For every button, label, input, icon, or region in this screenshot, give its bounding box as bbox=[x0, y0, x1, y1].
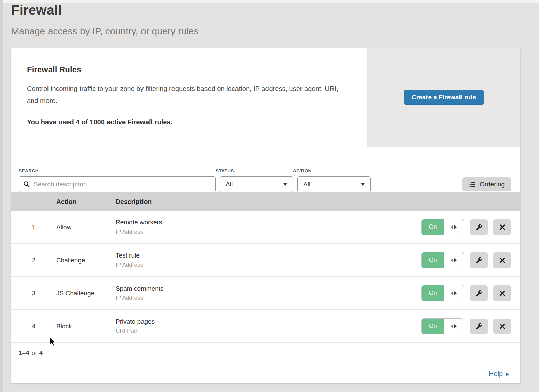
arrow-right-icon bbox=[454, 291, 457, 295]
wrench-icon bbox=[475, 323, 483, 330]
table-row: 1 Allow Remote workers IP Address On bbox=[11, 211, 520, 244]
table-row: 4 Block Private pages URI Path On bbox=[11, 310, 520, 343]
table-row: 2 Challenge Test rule IP Address On bbox=[11, 244, 520, 277]
edit-rule-button[interactable] bbox=[470, 252, 488, 268]
rule-enabled-toggle[interactable]: On bbox=[421, 285, 464, 301]
edit-rule-button[interactable] bbox=[470, 285, 488, 301]
rule-match-type: URI Path bbox=[116, 328, 421, 334]
action-label: ACTION bbox=[293, 168, 371, 173]
rule-action: Allow bbox=[56, 223, 116, 231]
filter-bar: SEARCH STATUS All ACTION All bbox=[11, 147, 520, 192]
arrow-left-icon bbox=[451, 225, 453, 229]
rule-description: Remote workers bbox=[116, 219, 421, 226]
rule-match-type: IP Address bbox=[116, 262, 421, 268]
chevron-down-icon bbox=[361, 183, 365, 186]
toggle-arrows[interactable] bbox=[444, 319, 464, 334]
toggle-arrows[interactable] bbox=[444, 285, 464, 301]
usage-note: You have used 4 of 1000 active Firewall … bbox=[27, 118, 347, 126]
rule-priority: 4 bbox=[11, 323, 56, 330]
rule-match-type: IP Address bbox=[116, 229, 421, 235]
rule-match-type: IP Address bbox=[116, 295, 421, 301]
arrow-left-icon bbox=[451, 258, 453, 262]
action-field-group: ACTION All bbox=[293, 168, 371, 192]
ordered-list-icon bbox=[469, 181, 476, 188]
status-selected-value: All bbox=[226, 181, 233, 188]
card-footer: Help ▶ bbox=[11, 363, 520, 385]
arrow-right-icon bbox=[454, 258, 457, 262]
toggle-on-label[interactable]: On bbox=[422, 285, 444, 301]
rule-description-cell: Private pages URI Path bbox=[116, 318, 421, 334]
card-description: Control incoming traffic to your zone by… bbox=[27, 83, 345, 107]
rule-action: Block bbox=[56, 323, 116, 330]
delete-rule-button[interactable] bbox=[493, 219, 511, 235]
search-input[interactable] bbox=[19, 176, 216, 192]
close-icon bbox=[499, 290, 506, 297]
rule-enabled-toggle[interactable]: On bbox=[421, 219, 464, 235]
column-header-description: Description bbox=[116, 198, 520, 206]
toggle-on-label[interactable]: On bbox=[422, 219, 444, 235]
toggle-on-label[interactable]: On bbox=[422, 252, 444, 268]
arrow-right-icon bbox=[454, 324, 457, 328]
delete-rule-button[interactable] bbox=[493, 285, 511, 301]
wrench-icon bbox=[475, 257, 483, 264]
chevron-down-icon bbox=[283, 183, 287, 186]
search-field-group: SEARCH bbox=[19, 168, 216, 192]
rule-description-cell: Spam comments IP Address bbox=[116, 285, 421, 301]
action-select[interactable]: All bbox=[297, 176, 371, 192]
toggle-on-label[interactable]: On bbox=[422, 319, 444, 334]
wrench-icon bbox=[475, 223, 483, 231]
close-icon bbox=[499, 257, 506, 264]
rule-priority: 1 bbox=[11, 223, 56, 231]
create-rule-panel: Create a Firewall rule bbox=[367, 48, 520, 147]
edit-rule-button[interactable] bbox=[470, 319, 488, 334]
close-icon bbox=[499, 224, 506, 231]
help-link-label: Help bbox=[489, 370, 503, 378]
card-heading: Firewall Rules bbox=[27, 65, 347, 74]
wrench-icon bbox=[475, 290, 483, 297]
pagination-range: 1–4 bbox=[19, 349, 29, 357]
create-firewall-rule-button[interactable]: Create a Firewall rule bbox=[404, 90, 484, 105]
page-subtitle: Manage access by IP, country, or query r… bbox=[11, 26, 198, 37]
action-selected-value: All bbox=[303, 181, 310, 188]
edit-rule-button[interactable] bbox=[470, 219, 488, 235]
rule-action: JS Challenge bbox=[56, 290, 116, 297]
close-icon bbox=[499, 323, 506, 330]
rule-enabled-toggle[interactable]: On bbox=[421, 318, 464, 334]
rule-priority: 2 bbox=[11, 257, 56, 264]
rule-description: Test rule bbox=[116, 252, 421, 259]
status-select[interactable]: All bbox=[220, 176, 293, 192]
rule-description-cell: Remote workers IP Address bbox=[116, 219, 421, 235]
pagination-of: of bbox=[32, 349, 37, 357]
ordering-button[interactable]: Ordering bbox=[462, 177, 511, 191]
pagination-total: 4 bbox=[39, 349, 43, 357]
card-intro: Firewall Rules Control incoming traffic … bbox=[11, 48, 367, 147]
card-top-section: Firewall Rules Control incoming traffic … bbox=[11, 48, 520, 147]
rule-description: Spam comments bbox=[116, 285, 421, 292]
firewall-rules-card: Firewall Rules Control incoming traffic … bbox=[11, 48, 520, 383]
rule-enabled-toggle[interactable]: On bbox=[421, 252, 464, 268]
toggle-arrows[interactable] bbox=[444, 252, 464, 268]
pagination: 1–4 of 4 bbox=[11, 343, 520, 363]
toggle-arrows[interactable] bbox=[444, 219, 464, 235]
arrow-right-icon: ▶ bbox=[506, 372, 509, 376]
table-row: 3 JS Challenge Spam comments IP Address … bbox=[11, 277, 520, 310]
window-left-edge bbox=[0, 0, 3, 392]
column-header-action: Action bbox=[56, 198, 116, 206]
ordering-button-label: Ordering bbox=[480, 181, 505, 188]
help-link[interactable]: Help ▶ bbox=[489, 370, 509, 378]
arrow-left-icon bbox=[451, 324, 453, 328]
rule-description-cell: Test rule IP Address bbox=[116, 252, 421, 268]
table-header: Action Description bbox=[11, 192, 520, 211]
search-label: SEARCH bbox=[19, 168, 216, 173]
status-field-group: STATUS All bbox=[216, 168, 293, 192]
rule-priority: 3 bbox=[11, 290, 56, 297]
search-icon bbox=[23, 181, 30, 188]
rule-description: Private pages bbox=[116, 318, 421, 325]
arrow-right-icon bbox=[454, 225, 457, 229]
arrow-left-icon bbox=[451, 291, 453, 295]
delete-rule-button[interactable] bbox=[493, 252, 511, 268]
status-label: STATUS bbox=[216, 168, 293, 173]
page-title: Firewall bbox=[11, 3, 198, 18]
delete-rule-button[interactable] bbox=[493, 319, 511, 334]
page-header: Firewall Manage access by IP, country, o… bbox=[11, 3, 198, 37]
